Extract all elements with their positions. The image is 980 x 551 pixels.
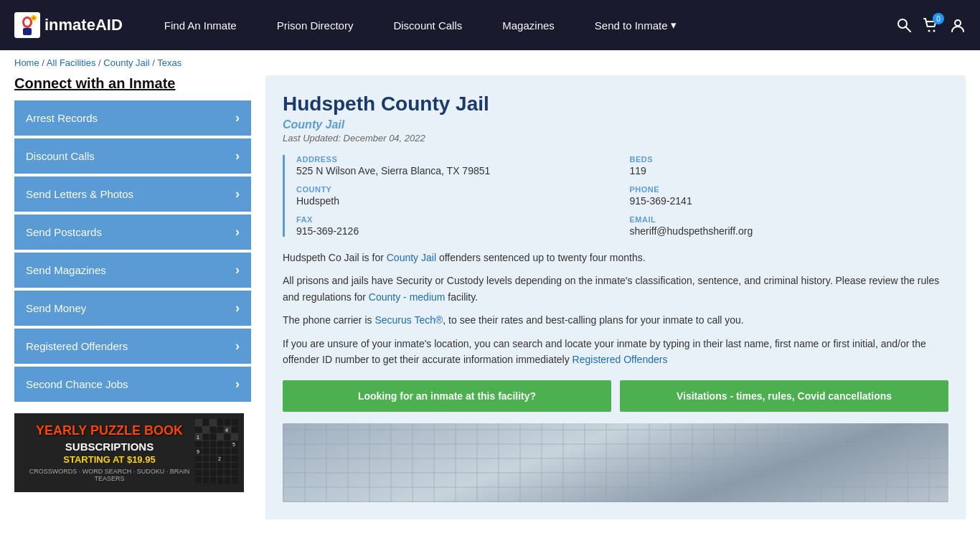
beds-value: 119 <box>630 165 949 176</box>
svg-point-6 <box>898 19 907 28</box>
sidebar-item-send-magazines[interactable]: Send Magazines › <box>14 253 251 288</box>
svg-text:5: 5 <box>232 442 235 447</box>
breadcrumb-state[interactable]: Texas <box>157 57 182 68</box>
county-jail-link[interactable]: County Jail <box>387 252 436 263</box>
county-value: Hudspeth <box>296 195 616 207</box>
svg-point-9 <box>933 30 936 32</box>
svg-rect-3 <box>23 28 32 35</box>
sidebar-item-discount-calls[interactable]: Discount Calls › <box>14 138 251 174</box>
svg-rect-31 <box>231 433 238 441</box>
arrow-icon: › <box>235 149 240 164</box>
fax-label: FAX <box>296 215 616 224</box>
sidebar-item-label: Send Postcards <box>26 226 102 238</box>
arrow-icon: › <box>235 187 240 202</box>
facility-desc-1: Hudspeth Co Jail is for County Jail offe… <box>283 250 948 265</box>
user-button[interactable] <box>950 17 966 33</box>
svg-line-7 <box>906 27 910 32</box>
action-buttons: Looking for an inmate at this facility? … <box>283 380 948 412</box>
svg-rect-26 <box>209 419 217 426</box>
arrow-icon: › <box>235 339 240 354</box>
address-label: ADDRESS <box>296 155 616 164</box>
logo-area[interactable]: inmateAID <box>14 12 123 38</box>
email-block: EMAIL sheriff@hudspethsheriff.org <box>630 215 949 237</box>
address-value: 525 N Wilson Ave, Sierra Blanca, TX 7985… <box>296 165 616 176</box>
cart-button[interactable]: 0 <box>923 17 938 33</box>
registered-offenders-link[interactable]: Registered Offenders <box>573 354 668 365</box>
phone-label: PHONE <box>630 185 949 194</box>
svg-rect-25 <box>195 419 202 426</box>
breadcrumb-all-facilities[interactable]: All Facilities <box>47 57 96 68</box>
svg-point-8 <box>928 30 930 32</box>
logo-icon <box>14 12 40 38</box>
visitations-button[interactable]: Visitations - times, rules, Covid cancel… <box>620 380 948 412</box>
ad-price: STARTING AT $19.95 <box>22 454 197 465</box>
nav-discount-calls[interactable]: Discount Calls <box>373 0 482 50</box>
facility-type: County Jail <box>283 118 948 131</box>
ad-small: CROSSWORDS · WORD SEARCH · SUDOKU · BRAI… <box>22 468 197 482</box>
phone-block: PHONE 915-369-2141 <box>630 185 949 207</box>
facility-updated: Last Updated: December 04, 2022 <box>283 133 948 143</box>
county-label: COUNTY <box>296 185 616 194</box>
beds-label: BEDS <box>630 155 949 164</box>
beds-block: BEDS 119 <box>630 155 949 176</box>
logo-text: inmateAID <box>44 16 123 34</box>
sidebar-item-send-letters[interactable]: Send Letters & Photos › <box>14 176 251 212</box>
svg-rect-27 <box>202 426 209 433</box>
facility-image <box>283 423 948 502</box>
svg-text:9: 9 <box>197 449 199 454</box>
sidebar-item-label: Send Letters & Photos <box>26 188 133 200</box>
sidebar-item-second-chance-jobs[interactable]: Second Chance Jobs › <box>14 367 251 402</box>
svg-point-10 <box>955 20 961 26</box>
svg-point-2 <box>24 19 30 26</box>
aerial-view <box>283 423 948 502</box>
svg-text:2: 2 <box>218 456 221 461</box>
nav-prison-directory[interactable]: Prison Directory <box>257 0 374 50</box>
svg-text:1: 1 <box>197 435 199 440</box>
facility-card: Hudspeth County Jail County Jail Last Up… <box>265 75 966 519</box>
sidebar: Connect with an Inmate Arrest Records › … <box>14 75 251 519</box>
sidebar-ad[interactable]: 1 4 9 5 2 YEARLY PUZZLE BOOK SUBSCRIPTIO… <box>14 413 244 492</box>
main-nav: Find An Inmate Prison Directory Discount… <box>144 0 897 50</box>
email-value: sheriff@hudspethsheriff.org <box>630 225 949 237</box>
header-icons: 0 <box>897 17 966 33</box>
breadcrumb-home[interactable]: Home <box>14 57 39 68</box>
fax-value: 915-369-2126 <box>296 225 616 237</box>
content-area: Hudspeth County Jail County Jail Last Up… <box>265 75 966 519</box>
sidebar-item-send-money[interactable]: Send Money › <box>14 291 251 326</box>
sidebar-item-label: Send Money <box>26 302 86 314</box>
breadcrumb: Home / All Facilities / County Jail / Te… <box>0 50 980 75</box>
facility-name: Hudspeth County Jail <box>283 93 948 116</box>
sidebar-item-label: Registered Offenders <box>26 340 128 352</box>
find-inmate-button[interactable]: Looking for an inmate at this facility? <box>283 380 611 412</box>
facility-desc-3: The phone carrier is Securus Tech®, to s… <box>283 312 948 328</box>
nav-magazines[interactable]: Magazines <box>482 0 575 50</box>
arrow-icon: › <box>235 301 240 316</box>
breadcrumb-county-jail[interactable]: County Jail <box>103 57 149 68</box>
sidebar-item-send-postcards[interactable]: Send Postcards › <box>14 215 251 250</box>
address-block: ADDRESS 525 N Wilson Ave, Sierra Blanca,… <box>296 155 616 176</box>
search-button[interactable] <box>897 18 911 32</box>
arrow-icon: › <box>235 225 240 240</box>
nav-find-inmate[interactable]: Find An Inmate <box>144 0 257 50</box>
fax-block: FAX 915-369-2126 <box>296 215 616 237</box>
email-label: EMAIL <box>630 215 949 224</box>
sidebar-menu: Arrest Records › Discount Calls › Send L… <box>14 100 251 402</box>
ad-subtitle: SUBSCRIPTIONS <box>22 441 197 453</box>
sidebar-item-label: Send Magazines <box>26 264 106 276</box>
phone-value: 915-369-2141 <box>630 195 949 207</box>
sidebar-item-label: Arrest Records <box>26 112 98 124</box>
securus-link[interactable]: Securus Tech® <box>374 314 443 326</box>
arrow-icon: › <box>235 377 240 392</box>
facility-desc-2: All prisons and jails have Security or C… <box>283 273 948 305</box>
ad-title: YEARLY PUZZLE BOOK <box>22 423 197 439</box>
sidebar-title: Connect with an Inmate <box>14 75 251 92</box>
svg-rect-30 <box>217 433 224 441</box>
nav-send-to-inmate[interactable]: Send to Inmate ▾ <box>575 0 697 50</box>
cart-badge: 0 <box>933 13 944 24</box>
facility-info-grid: ADDRESS 525 N Wilson Ave, Sierra Blanca,… <box>283 155 948 237</box>
sidebar-item-arrest-records[interactable]: Arrest Records › <box>14 100 251 136</box>
county-medium-link[interactable]: County - medium <box>369 291 446 303</box>
sidebar-item-registered-offenders[interactable]: Registered Offenders › <box>14 329 251 364</box>
sidebar-item-label: Second Chance Jobs <box>26 378 128 390</box>
main-container: Connect with an Inmate Arrest Records › … <box>0 75 980 534</box>
